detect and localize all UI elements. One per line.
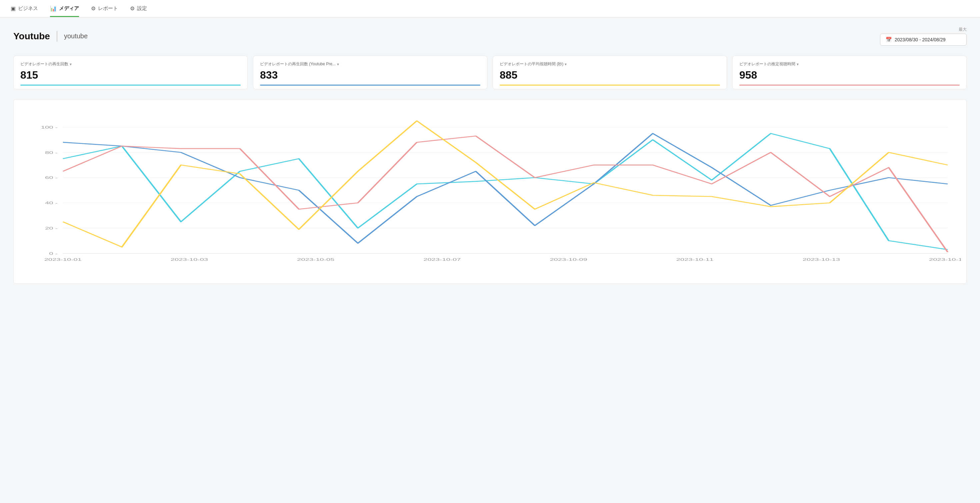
calendar-icon: 📅 [886,36,892,43]
metric-dropdown-icon-avg-view[interactable]: ▾ [565,62,567,67]
metric-card-avg-view: ビデオレポートの平均視聴時間 (秒) ▾ 885 [493,56,727,89]
metric-dropdown-icon-est-view[interactable]: ▾ [797,62,799,67]
metric-bar-plays-pre [260,85,480,86]
chart-container: 0 -20 -40 -60 -80 -100 -2023-10-012023-1… [13,99,967,284]
nav-item-settings[interactable]: ⚙ 設定 [130,0,147,17]
metric-bar-est-view [739,85,960,86]
nav-label-media: メディア [59,5,79,12]
metric-value-plays-pre: 833 [260,69,480,81]
media-icon: 📊 [50,5,57,12]
svg-text:100 -: 100 - [41,125,58,129]
metric-value-plays: 815 [20,69,241,81]
page-subtitle: youtube [57,32,88,40]
svg-text:2023-10-07: 2023-10-07 [423,257,461,262]
metric-card-est-view: ビデオレポートの推定視聴時間 ▾ 958 [732,56,967,89]
svg-text:2023-10-01: 2023-10-01 [45,257,82,262]
date-range-label: 最大 [959,27,967,32]
navigation: ▣ ビジネス 📊 メディア ⚙ レポート ⚙ 設定 [0,0,980,17]
svg-text:2023-10-15: 2023-10-15 [929,257,961,262]
svg-text:40 -: 40 - [45,201,58,205]
metric-value-avg-view: 885 [500,69,720,81]
report-icon: ⚙ [91,5,95,12]
nav-item-business[interactable]: ▣ ビジネス [11,0,38,17]
svg-text:2023-10-05: 2023-10-05 [297,257,334,262]
chart-line [63,133,948,249]
nav-label-settings: 設定 [137,5,147,12]
line-chart: 0 -20 -40 -60 -80 -100 -2023-10-012023-1… [30,108,961,274]
date-range-picker[interactable]: 📅 2023/08/30 - 2024/08/29 [880,33,967,46]
svg-text:2023-10-13: 2023-10-13 [803,257,840,262]
metric-label-avg-view: ビデオレポートの平均視聴時間 (秒) ▾ [500,61,720,67]
metric-card-plays-pre: ビデオレポートの再生回数 (Youtube Pre... ▾ 833 [253,56,487,89]
metric-label-est-view: ビデオレポートの推定視聴時間 ▾ [739,61,960,67]
page-header: Youtube youtube 最大 📅 2023/08/30 - 2024/0… [13,27,967,46]
metrics-row: ビデオレポートの再生回数 ▾ 815 ビデオレポートの再生回数 (Youtube… [13,56,967,89]
metric-value-est-view: 958 [739,69,960,81]
date-range-area: 最大 📅 2023/08/30 - 2024/08/29 [880,27,967,46]
svg-text:0 -: 0 - [49,251,58,255]
svg-text:2023-10-09: 2023-10-09 [550,257,587,262]
date-range-value: 2023/08/30 - 2024/08/29 [895,37,946,42]
metric-label-plays: ビデオレポートの再生回数 ▾ [20,61,241,67]
svg-text:2023-10-11: 2023-10-11 [676,257,714,262]
metric-dropdown-icon-plays-pre[interactable]: ▾ [337,62,339,67]
metric-bar-plays [20,85,241,86]
nav-item-media[interactable]: 📊 メディア [50,0,79,17]
chart-line [63,133,948,243]
nav-label-report: レポート [98,5,118,12]
main-content: Youtube youtube 最大 📅 2023/08/30 - 2024/0… [0,17,980,293]
svg-text:2023-10-03: 2023-10-03 [171,257,208,262]
metric-bar-avg-view [500,85,720,86]
nav-label-business: ビジネス [18,5,38,12]
svg-text:20 -: 20 - [45,226,58,230]
metric-dropdown-icon-plays[interactable]: ▾ [70,62,72,67]
business-icon: ▣ [11,5,16,12]
metric-card-plays: ビデオレポートの再生回数 ▾ 815 [13,56,248,89]
svg-text:80 -: 80 - [45,150,58,155]
svg-text:60 -: 60 - [45,176,58,180]
metric-label-plays-pre: ビデオレポートの再生回数 (Youtube Pre... ▾ [260,61,480,67]
nav-item-report[interactable]: ⚙ レポート [91,0,118,17]
page-title-area: Youtube youtube [13,31,88,42]
page-title: Youtube [13,31,57,42]
settings-icon: ⚙ [130,5,135,12]
